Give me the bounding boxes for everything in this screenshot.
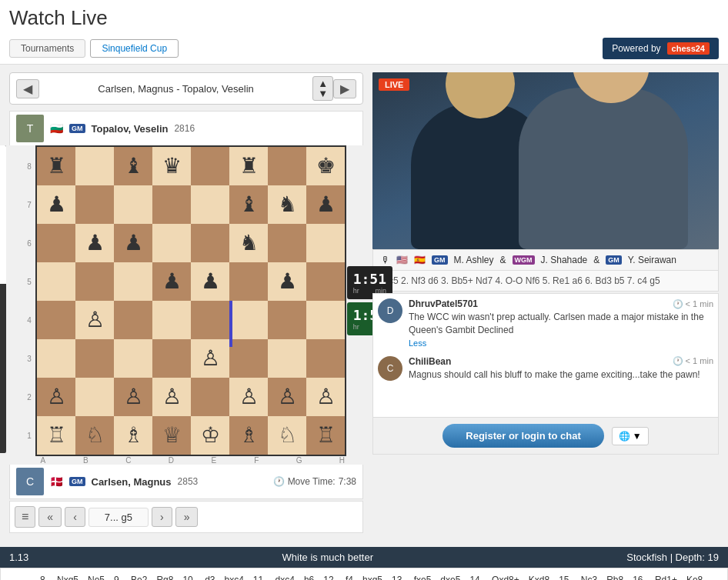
cell-7-H[interactable]: ♟ [306, 185, 345, 224]
cell-1-C[interactable]: ♗ [114, 416, 152, 455]
register-login-button[interactable]: Register or login to chat [442, 424, 604, 448]
cell-6-F[interactable]: ♞ [229, 224, 268, 262]
chat-username[interactable]: DhruvPatel5701 [409, 298, 478, 309]
cell-3-G[interactable] [268, 339, 306, 378]
cell-8-D[interactable]: ♛ [152, 147, 191, 185]
move-token[interactable]: Rb8 [603, 574, 626, 580]
move-row-moves[interactable]: 8. Nxg5 Ne5 9. Be2 Rg8 10. d3 bxc4 11. d… [37, 574, 718, 580]
cell-8-A[interactable]: ♜ [37, 147, 75, 185]
cell-2-D[interactable]: ♙ [152, 378, 191, 416]
cell-7-C[interactable] [114, 185, 152, 224]
tab-sinquefield[interactable]: Sinquefield Cup [90, 39, 179, 58]
move-token[interactable]: h6 [301, 574, 317, 580]
move-token[interactable]: Ne5 [85, 574, 108, 580]
menu-button[interactable]: ≡ [15, 506, 35, 528]
cell-3-F[interactable] [229, 339, 268, 378]
move-token[interactable]: 14. [466, 574, 486, 580]
chat-less-link[interactable]: Less [409, 338, 426, 348]
cell-6-D[interactable] [152, 224, 191, 262]
cell-4-F[interactable] [229, 301, 268, 339]
cell-1-D[interactable]: ♕ [152, 416, 191, 455]
cell-1-E[interactable]: ♔ [191, 416, 229, 455]
cell-6-C[interactable]: ♟ [114, 224, 152, 262]
move-token[interactable]: dxe5 [437, 574, 463, 580]
move-token[interactable]: Nxg5 [54, 574, 82, 580]
cell-8-E[interactable] [191, 147, 229, 185]
cell-7-G[interactable]: ♞ [268, 185, 306, 224]
cell-7-F[interactable]: ♝ [229, 185, 268, 224]
cell-5-E[interactable]: ♟ [191, 262, 229, 301]
cell-4-H[interactable] [306, 301, 345, 339]
cell-4-G[interactable] [268, 301, 306, 339]
cell-5-F[interactable] [229, 262, 268, 301]
cell-6-G[interactable] [268, 224, 306, 262]
cell-8-C[interactable]: ♝ [114, 147, 152, 185]
cell-2-F[interactable]: ♙ [229, 378, 268, 416]
prev-game-button[interactable]: ◀ [16, 79, 39, 98]
move-token[interactable]: Be2 [128, 574, 150, 580]
cell-1-H[interactable]: ♖ [306, 416, 345, 455]
move-token[interactable]: 15. [556, 574, 575, 580]
cell-6-E[interactable] [191, 224, 229, 262]
cell-6-H[interactable] [306, 224, 345, 262]
move-token[interactable]: dxc4 [272, 574, 298, 580]
cell-3-H[interactable] [306, 339, 345, 378]
first-move-button[interactable]: « [38, 507, 62, 527]
cell-2-E[interactable] [191, 378, 229, 416]
chat-messages[interactable]: DDhruvPatel5701🕐 < 1 minThe WCC win wasn… [373, 294, 718, 417]
cell-1-F[interactable]: ♗ [229, 416, 268, 455]
cell-2-B[interactable] [75, 378, 114, 416]
cell-5-D[interactable]: ♟ [152, 262, 191, 301]
move-token[interactable]: 9. [111, 574, 125, 580]
move-token[interactable]: 16. [629, 574, 649, 580]
move-token[interactable]: hxg5 [359, 574, 386, 580]
chess-board[interactable]: ♜♝♛♜♚♟♝♞♟♟♟♞♟♟♟♙♙♙♙♙♙♙♙♖♘♗♕♔♗♘♖ [35, 145, 346, 456]
tab-tournaments[interactable]: Tournaments [9, 39, 85, 58]
cell-8-B[interactable] [75, 147, 114, 185]
cell-4-D[interactable] [152, 301, 191, 339]
move-token[interactable]: Nc3 [578, 574, 600, 580]
cell-5-C[interactable] [114, 262, 152, 301]
cell-3-D[interactable] [152, 339, 191, 378]
move-token[interactable]: 12. [320, 574, 339, 580]
cell-8-H[interactable]: ♚ [306, 147, 345, 185]
chat-username[interactable]: ChiliBean [409, 356, 451, 367]
cell-3-E[interactable]: ♙ [191, 339, 229, 378]
cell-4-C[interactable] [114, 301, 152, 339]
move-token[interactable]: Rd1+ [652, 574, 680, 580]
cell-5-B[interactable] [75, 262, 114, 301]
cell-8-G[interactable] [268, 147, 306, 185]
move-token[interactable]: 8. [37, 574, 51, 580]
cell-3-B[interactable] [75, 339, 114, 378]
game-arrows[interactable]: ▲▼ [312, 76, 333, 101]
language-button[interactable]: 🌐 ▼ [612, 427, 649, 445]
cell-3-A[interactable] [37, 339, 75, 378]
cell-5-H[interactable] [306, 262, 345, 301]
next-game-button[interactable]: ▶ [333, 79, 356, 98]
cell-7-D[interactable] [152, 185, 191, 224]
cell-5-A[interactable] [37, 262, 75, 301]
move-token[interactable]: fxe5 [411, 574, 435, 580]
move-token[interactable]: d3 [202, 574, 218, 580]
last-move-button[interactable]: » [175, 507, 199, 527]
cell-2-H[interactable]: ♙ [306, 378, 345, 416]
prev-move-button[interactable]: ‹ [65, 507, 85, 527]
cell-4-B[interactable]: ♙ [75, 301, 114, 339]
cell-8-F[interactable]: ♜ [229, 147, 268, 185]
move-token[interactable]: 11. [250, 574, 269, 580]
cell-1-G[interactable]: ♘ [268, 416, 306, 455]
cell-7-A[interactable]: ♟ [37, 185, 75, 224]
cell-6-A[interactable] [37, 224, 75, 262]
move-token[interactable]: Rg8 [153, 574, 176, 580]
move-token[interactable]: Kxd8 [526, 574, 553, 580]
cell-5-G[interactable]: ♟ [268, 262, 306, 301]
cell-4-A[interactable] [37, 301, 75, 339]
cell-3-C[interactable] [114, 339, 152, 378]
move-token[interactable]: Ke8 [683, 574, 706, 580]
cell-1-A[interactable]: ♖ [37, 416, 75, 455]
next-move-button[interactable]: › [152, 507, 172, 527]
move-token[interactable]: 10. [179, 574, 199, 580]
cell-2-G[interactable]: ♙ [268, 378, 306, 416]
cell-2-A[interactable]: ♙ [37, 378, 75, 416]
cell-6-B[interactable]: ♟ [75, 224, 114, 262]
